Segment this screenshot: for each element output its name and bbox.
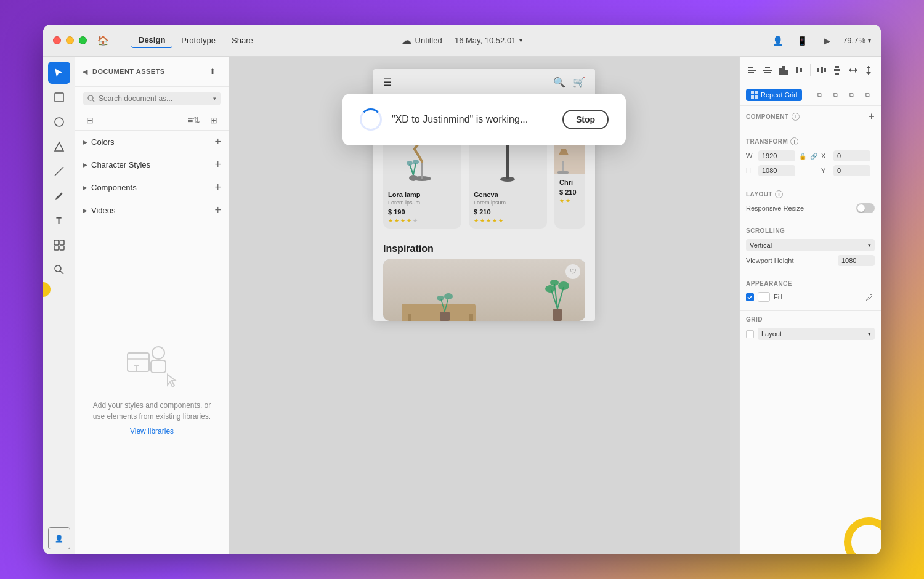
rg-copy-icon[interactable]: ⧉	[813, 88, 827, 102]
link-icon[interactable]: 🔗	[810, 153, 817, 160]
component-add-btn[interactable]: +	[869, 111, 875, 122]
user-icon[interactable]: 👤	[769, 32, 786, 49]
svg-rect-0	[55, 93, 63, 102]
select-tool[interactable]	[48, 62, 70, 84]
maximize-button[interactable]	[79, 36, 87, 44]
rg-cut-icon[interactable]: ⧉	[845, 88, 859, 102]
videos-section[interactable]: ▶ Videos +	[75, 199, 229, 222]
stretch-h-icon[interactable]	[847, 62, 859, 79]
text-tool[interactable]: T	[48, 209, 70, 232]
char-styles-chevron: ▶	[83, 161, 87, 168]
character-styles-section[interactable]: ▶ Character Styles +	[75, 153, 229, 176]
fill-label: Fill	[774, 293, 861, 301]
fill-checkbox[interactable]	[746, 293, 754, 301]
vertical-align-icon[interactable]	[793, 62, 806, 79]
svg-rect-57	[800, 68, 802, 72]
profile-tool[interactable]: 👤	[48, 527, 70, 549]
rg-paste-icon[interactable]: ⧉	[829, 88, 843, 102]
components-add[interactable]: +	[214, 181, 221, 194]
scrolling-section: SCROLLING Vertical ▾ Viewport Height	[740, 222, 881, 275]
layout-section: LAYOUT i Responsive Resize	[740, 185, 881, 222]
h-input[interactable]	[758, 165, 795, 176]
layout-info-icon: i	[775, 190, 783, 198]
tab-share[interactable]: Share	[224, 33, 261, 47]
line-tool[interactable]	[48, 160, 70, 182]
repeat-grid-button[interactable]: Repeat Grid	[746, 89, 802, 101]
grid-title: GRID	[746, 316, 875, 323]
y-input[interactable]	[833, 165, 870, 176]
align-center-icon[interactable]	[762, 62, 774, 79]
grid-type-select[interactable]: Layout ▾	[758, 328, 875, 340]
stop-button[interactable]: Stop	[562, 110, 609, 129]
x-input[interactable]	[833, 150, 870, 161]
play-icon[interactable]: ▶	[818, 32, 835, 49]
svg-marker-69	[866, 72, 871, 75]
panel-title: DOCUMENT ASSETS	[92, 68, 199, 75]
tab-design[interactable]: Design	[131, 33, 172, 48]
sort-icon[interactable]: ≡⇅	[187, 113, 201, 128]
char-styles-add[interactable]: +	[214, 158, 221, 171]
responsive-resize-row: Responsive Resize	[746, 203, 875, 213]
fill-color-swatch[interactable]	[758, 292, 770, 302]
grid-checkbox[interactable]	[746, 330, 754, 338]
grid-view-icon[interactable]: ⊞	[206, 113, 221, 128]
w-input[interactable]	[758, 150, 795, 161]
minimize-button[interactable]	[66, 36, 74, 44]
scrolling-select[interactable]: Vertical ▾	[746, 239, 875, 251]
stretch-v-icon[interactable]	[862, 62, 875, 79]
responsive-resize-toggle[interactable]	[856, 203, 875, 213]
colors-section[interactable]: ▶ Colors +	[75, 131, 229, 153]
svg-rect-63	[835, 73, 839, 75]
svg-rect-73	[755, 95, 758, 99]
dialog: "XD to Justinmind" is working... Stop	[342, 94, 626, 145]
nav-tabs: Design Prototype Share	[131, 33, 261, 48]
app-window: 🏠 Design Prototype Share ☁ Untitled — 16…	[43, 25, 881, 554]
triangle-tool[interactable]	[48, 136, 70, 158]
home-icon[interactable]: 🏠	[94, 32, 111, 49]
rg-delete-icon[interactable]: ⧉	[861, 88, 875, 102]
svg-marker-68	[866, 66, 871, 68]
components-section[interactable]: ▶ Components +	[75, 176, 229, 199]
device-icon[interactable]: 📱	[793, 32, 811, 49]
videos-add[interactable]: +	[214, 204, 221, 217]
svg-rect-56	[796, 67, 798, 73]
tab-prototype[interactable]: Prototype	[174, 33, 223, 47]
canvas-area: ☰ 🔍 🛒 New collection New	[229, 57, 739, 554]
toggle-knob	[857, 204, 865, 212]
search-input[interactable]	[99, 94, 209, 103]
svg-rect-5	[60, 240, 64, 245]
ellipse-tool[interactable]	[48, 111, 70, 133]
grid-chevron: ▾	[868, 331, 871, 337]
svg-rect-71	[755, 91, 758, 94]
view-libraries-link[interactable]: View libraries	[130, 427, 174, 435]
viewport-height-input[interactable]	[838, 255, 875, 266]
rectangle-tool[interactable]	[48, 86, 70, 108]
pen-tool[interactable]	[48, 185, 70, 207]
colors-add[interactable]: +	[214, 136, 221, 148]
right-toolbar	[740, 57, 881, 84]
component-section: COMPONENT i +	[740, 106, 881, 132]
search-dropdown-icon[interactable]: ▾	[213, 95, 216, 102]
title-center: ☁ Untitled — 16 May, 10.52.01 ▾	[402, 34, 523, 46]
assets-tool[interactable]	[48, 234, 70, 256]
distribute-h-icon[interactable]	[816, 62, 828, 79]
grid-type-value: Layout	[761, 330, 782, 338]
fill-picker-icon[interactable]	[865, 292, 875, 302]
align-left-icon[interactable]	[746, 62, 758, 79]
close-button[interactable]	[53, 36, 61, 44]
distribute-v-icon[interactable]	[831, 62, 843, 79]
filter-icon[interactable]: ⊟	[83, 113, 97, 128]
w-label: W	[746, 152, 755, 160]
repeat-grid-label: Repeat Grid	[761, 91, 797, 99]
export-icon[interactable]: ⬆	[204, 63, 221, 80]
svg-point-10	[88, 95, 93, 100]
zoom-display[interactable]: 79.7% ▾	[843, 36, 871, 45]
svg-point-12	[152, 347, 164, 359]
search-tool[interactable]	[48, 259, 70, 281]
bar-chart-icon[interactable]	[777, 62, 790, 79]
back-arrow[interactable]: ◀	[83, 68, 87, 76]
lock-icon[interactable]: 🔒	[799, 153, 806, 160]
title-bar-right: 👤 📱 ▶ 79.7% ▾	[769, 32, 871, 49]
search-bar[interactable]: ▾	[83, 92, 221, 105]
title-chevron: ▾	[519, 37, 522, 44]
